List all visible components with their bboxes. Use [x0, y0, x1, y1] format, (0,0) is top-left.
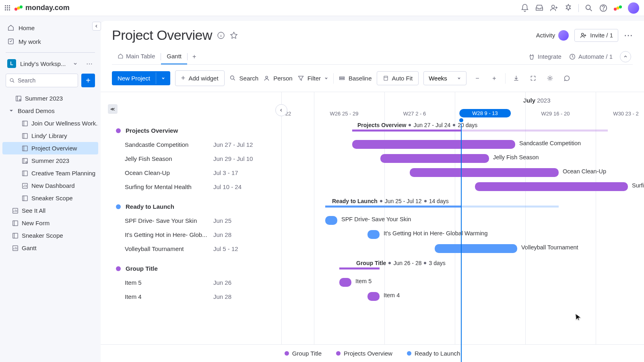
- autofit-button[interactable]: Auto Fit: [377, 71, 419, 85]
- tree-item[interactable]: Summer 2023: [2, 154, 98, 167]
- topbar: monday.com: [0, 0, 644, 16]
- group-header[interactable]: Projects Overview: [101, 123, 281, 138]
- settings-button[interactable]: [544, 72, 556, 85]
- add-view-button[interactable]: +: [188, 50, 200, 64]
- gantt-timeline[interactable]: July 202322W26 25 - 29W27 2 - 6W28 9 - 1…: [282, 92, 644, 362]
- nav-mywork[interactable]: My work: [0, 35, 101, 48]
- product-switcher-icon[interactable]: [613, 4, 622, 12]
- fullscreen-button[interactable]: [527, 72, 539, 85]
- tree-item[interactable]: Board Demos: [2, 105, 98, 117]
- workspace-menu-icon[interactable]: ⋯: [86, 60, 93, 68]
- gantt-bar[interactable]: [367, 230, 380, 239]
- gantt-bar[interactable]: [325, 216, 337, 225]
- collapse-sidebar-button[interactable]: [92, 22, 101, 31]
- board-title[interactable]: Project Overview: [112, 27, 212, 43]
- task-row[interactable]: It's Getting Hot in Here- Glob...Jun 28: [101, 228, 281, 242]
- tree-item[interactable]: New Form: [2, 217, 98, 229]
- tree-item[interactable]: Project Overview: [2, 142, 98, 154]
- add-item-button[interactable]: +: [81, 74, 95, 87]
- tree-item[interactable]: See It All: [2, 204, 98, 217]
- notifications-icon[interactable]: [520, 4, 529, 12]
- svg-rect-23: [13, 220, 18, 225]
- search-icon[interactable]: [584, 4, 593, 12]
- task-row[interactable]: Surfing for Mental HealthJul 10 - 24: [101, 180, 281, 194]
- help-icon[interactable]: [599, 4, 608, 12]
- gantt-bar[interactable]: [352, 140, 515, 149]
- collapse-panel-button[interactable]: [275, 104, 287, 116]
- scale-select[interactable]: Weeks: [423, 71, 466, 85]
- new-project-button[interactable]: New Project: [112, 71, 170, 85]
- tree-item[interactable]: Join Our Wellness Work...: [2, 117, 98, 130]
- summary-bar-remaining[interactable]: [461, 206, 559, 208]
- legend-item[interactable]: Projects Overview: [336, 350, 392, 357]
- tree-item[interactable]: Lindy' Library: [2, 130, 98, 142]
- gantt-bar[interactable]: [410, 168, 559, 177]
- board-menu-icon[interactable]: ⋯: [624, 30, 633, 41]
- apps-marketplace-icon[interactable]: [564, 4, 573, 12]
- tree-item[interactable]: Sneaker Scope: [2, 192, 98, 204]
- task-row[interactable]: Jelly Fish SeasonJun 29 - Jul 10: [101, 152, 281, 166]
- gantt-bar[interactable]: [367, 292, 380, 301]
- person-filter-button[interactable]: Person: [263, 75, 293, 82]
- info-icon[interactable]: [217, 31, 225, 39]
- view-tab[interactable]: Main Table: [112, 49, 161, 64]
- summary-bar-remaining[interactable]: [461, 130, 608, 132]
- collapse-header-button[interactable]: [620, 51, 631, 62]
- apps-menu-icon[interactable]: [5, 5, 10, 10]
- gantt-legend: Group TitleProjects OverviewReady to Lau…: [101, 344, 644, 362]
- tree-item[interactable]: Sneaker Scope: [2, 229, 98, 242]
- workspace-selector[interactable]: L Lindy's Worksp... ⋯: [0, 57, 101, 70]
- brand-logo[interactable]: monday.com: [14, 4, 70, 12]
- gantt-bar[interactable]: [380, 154, 489, 163]
- task-row[interactable]: Item 5Jun 26: [101, 276, 281, 290]
- task-row[interactable]: Volleyball TournamentJul 5 - 12: [101, 242, 281, 256]
- favorite-icon[interactable]: [230, 31, 238, 39]
- tree-item[interactable]: Gantt: [2, 242, 98, 254]
- inbox-icon[interactable]: [535, 4, 544, 12]
- collapse-all-button[interactable]: ≪: [108, 104, 118, 114]
- tree-item[interactable]: Summer 2023: [2, 92, 98, 105]
- gantt-bar[interactable]: [435, 244, 517, 253]
- legend-item[interactable]: Group Title: [285, 350, 322, 357]
- export-button[interactable]: [510, 72, 522, 85]
- task-row[interactable]: Sandcastle CompetitionJun 27 - Jul 12: [101, 138, 281, 152]
- legend-item[interactable]: Ready to Launch: [407, 350, 460, 357]
- comments-button[interactable]: [561, 72, 573, 85]
- group-header[interactable]: Group Title: [101, 261, 281, 276]
- task-row[interactable]: SPF Drive- Save Your SkinJun 25: [101, 214, 281, 228]
- gantt-bar[interactable]: [339, 278, 351, 287]
- tree-item[interactable]: Creative Team Planning: [2, 167, 98, 179]
- baseline-button[interactable]: Baseline: [339, 75, 372, 82]
- group-color-dot: [116, 128, 121, 133]
- summary-label: Projects OverviewJun 27 - Jul 2420 days: [357, 122, 477, 128]
- zoom-out-button[interactable]: −: [471, 72, 483, 85]
- chevron-down-icon[interactable]: [156, 72, 170, 84]
- task-row[interactable]: Item 4Jun 28: [101, 290, 281, 304]
- integrate-button[interactable]: Integrate: [528, 53, 561, 60]
- summary-bar-done[interactable]: [352, 130, 461, 132]
- activity-button[interactable]: Activity: [536, 30, 569, 41]
- chevron-down-icon: [457, 76, 461, 80]
- zoom-in-button[interactable]: +: [488, 72, 500, 85]
- board-icon: [12, 232, 19, 239]
- nav-home[interactable]: Home: [0, 21, 101, 35]
- gantt-bar[interactable]: [475, 182, 628, 191]
- automate-button[interactable]: Automate / 1: [569, 53, 613, 60]
- add-widget-button[interactable]: +Add widget: [175, 70, 225, 86]
- svg-point-34: [549, 77, 551, 79]
- view-tab[interactable]: Gantt: [161, 49, 187, 64]
- invite-members-icon[interactable]: [549, 4, 558, 12]
- group-header[interactable]: Ready to Launch: [101, 200, 281, 214]
- invite-button[interactable]: Invite / 1: [574, 29, 618, 42]
- brand-name: monday.com: [25, 4, 70, 12]
- task-row[interactable]: Ocean Clean-UpJul 3 - 17: [101, 166, 281, 180]
- search-button[interactable]: Search: [229, 75, 259, 82]
- workspace-search-input[interactable]: Search: [6, 74, 78, 87]
- svg-rect-33: [384, 76, 388, 80]
- today-line: [461, 123, 462, 362]
- summary-bar-done[interactable]: [339, 267, 380, 269]
- tree-item[interactable]: New Dashboard: [2, 179, 98, 192]
- filter-button[interactable]: Filter: [297, 75, 328, 82]
- user-avatar[interactable]: [628, 2, 639, 14]
- summary-bar-done[interactable]: [325, 206, 461, 208]
